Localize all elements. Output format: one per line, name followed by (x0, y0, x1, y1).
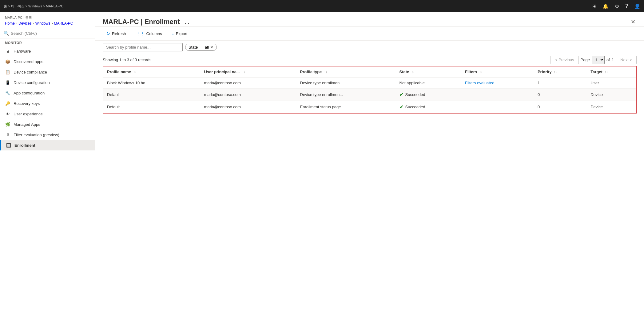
top-bar-actions: ⊞ 🔔 ⚙ ? 👤 (592, 3, 640, 9)
cell-state: ✔ Succeeded (396, 101, 462, 114)
grid-icon[interactable]: ⊞ (592, 3, 596, 9)
cell-upn: marla@contoso.com (200, 101, 296, 114)
breadcrumb-devices[interactable]: Devices (18, 21, 32, 26)
col-target-label: Target (590, 70, 602, 74)
state-not-applicable: Not applicable (400, 81, 425, 85)
close-icon[interactable]: ✕ (630, 17, 637, 26)
col-state[interactable]: State ↑↓ (396, 66, 462, 78)
breadcrumb-windows[interactable]: Windows (35, 21, 50, 26)
settings-icon[interactable]: ⚙ (615, 3, 619, 9)
col-filters-label: Filters (465, 70, 477, 74)
table-body: Block Windows 10 ho... marla@contoso.com… (103, 78, 636, 114)
panel-title: MARLA-PC | Enrollment (103, 18, 180, 26)
profile-name-filter-input[interactable] (103, 43, 183, 51)
recovery-icon: 🔑 (5, 101, 10, 106)
main-layout: MARLA-PC | 등록 Home › Devices › Windows ›… (0, 12, 644, 331)
sidebar-item-label: Recovery keys (14, 101, 40, 106)
sidebar-item-filter-evaluation[interactable]: 🖥 Filter evaluation (preview) (0, 130, 95, 140)
table-area: Profile name ↑↓ User principal na... ↑↓ … (95, 66, 644, 331)
sidebar-item-label: Hardware (14, 49, 31, 54)
filters-evaluated-link[interactable]: Filters evaluated (465, 81, 494, 85)
cell-priority: 1 (534, 78, 587, 89)
sort-arrows: ↑↓ (242, 70, 245, 74)
table-row: Default marla@contoso.com Device type en… (103, 89, 636, 101)
sidebar-search-bar: 🔍 (0, 28, 95, 38)
sidebar-item-app-configuration[interactable]: 🔧 App configuration (0, 88, 95, 98)
sidebar-item-recovery-keys[interactable]: 🔑 Recovery keys (0, 98, 95, 109)
next-button[interactable]: Next > (616, 56, 637, 64)
cell-target: Device (587, 101, 636, 114)
col-user-principal-name[interactable]: User principal na... ↑↓ (200, 66, 296, 78)
config-icon: 📱 (5, 80, 10, 85)
top-breadcrumb: 홈 > 디바이스 > Windows > MARLA-PC (4, 4, 63, 9)
sidebar-item-discovered-apps[interactable]: 📦 Discovered apps (0, 56, 95, 67)
breadcrumb-home[interactable]: Home (5, 21, 15, 26)
of-label: of (606, 58, 610, 62)
col-profile-type-label: Profile type (300, 70, 322, 74)
filter-tag-close-icon[interactable]: ✕ (210, 45, 213, 50)
export-label: Export (176, 31, 188, 36)
table-row: Default marla@contoso.com Enrollment sta… (103, 101, 636, 114)
col-target[interactable]: Target ↑↓ (587, 66, 636, 78)
sort-arrows: ↑↓ (411, 70, 415, 74)
cell-target: User (587, 78, 636, 89)
cell-state: Not applicable (396, 78, 462, 89)
total-pages: 1 (612, 58, 614, 62)
sidebar-item-label: User experience (14, 112, 43, 116)
toolbar: ↻ Refresh ⋮⋮ Columns ↓ Export (95, 27, 644, 41)
col-filters[interactable]: Filters ↑↓ (461, 66, 534, 78)
help-icon[interactable]: ? (625, 3, 628, 9)
cell-profile-type: Device type enrollmen... (296, 89, 396, 101)
panel-header: MARLA-PC | Enrollment ... ✕ (95, 12, 644, 27)
filter-bar: State == all ✕ (95, 41, 644, 54)
sidebar-item-enrollment[interactable]: 🔲 Enrollment (0, 140, 95, 150)
search-icon: 🔍 (4, 31, 9, 36)
sidebar-item-hardware[interactable]: 🖥 Hardware (0, 46, 95, 56)
col-profile-type[interactable]: Profile type ↑↓ (296, 66, 396, 78)
sidebar-item-label: Device compliance (14, 70, 47, 74)
panel-more-button[interactable]: ... (182, 19, 192, 25)
cell-priority: 0 (534, 89, 587, 101)
cell-filters (461, 89, 534, 101)
table-header: Profile name ↑↓ User principal na... ↑↓ … (103, 66, 636, 78)
cell-upn: marla@contoso.com (200, 89, 296, 101)
user-icon[interactable]: 👤 (634, 3, 640, 9)
cell-filters: Filters evaluated (461, 78, 534, 89)
previous-button[interactable]: < Previous (551, 56, 579, 64)
enrollment-icon: 🔲 (6, 142, 11, 148)
records-count: Showing 1 to 3 of 3 records (103, 58, 151, 62)
cell-profile-name: Default (103, 89, 200, 101)
table-row: Block Windows 10 ho... marla@contoso.com… (103, 78, 636, 89)
sidebar-item-device-configuration[interactable]: 📱 Device configuration (0, 77, 95, 88)
col-profile-name[interactable]: Profile name ↑↓ (103, 66, 200, 78)
sidebar: MARLA-PC | 등록 Home › Devices › Windows ›… (0, 12, 95, 331)
table-header-row: Profile name ↑↓ User principal na... ↑↓ … (103, 66, 636, 78)
sort-arrows: ↑↓ (133, 70, 137, 74)
pagination: < Previous Page 1 of 1 Next > (551, 56, 637, 64)
enrollment-table: Profile name ↑↓ User principal na... ↑↓ … (103, 66, 637, 114)
sidebar-device-label: MARLA-PC | 등록 (5, 15, 90, 20)
cell-profile-name: Default (103, 101, 200, 114)
export-button[interactable]: ↓ Export (168, 29, 191, 38)
breadcrumb-marlapc[interactable]: MARLA-PC (54, 21, 73, 26)
sidebar-item-managed-apps[interactable]: 🌿 Managed Apps (0, 119, 95, 130)
bell-icon[interactable]: 🔔 (602, 3, 609, 9)
top-bar: 홈 > 디바이스 > Windows > MARLA-PC ⊞ 🔔 ⚙ ? 👤 (0, 0, 644, 12)
sidebar-item-label: Managed Apps (14, 122, 40, 127)
cell-upn: marla@contoso.com (200, 78, 296, 89)
sidebar-item-user-experience[interactable]: 👁 User experience (0, 109, 95, 119)
page-label: Page (581, 58, 590, 62)
experience-icon: 👁 (5, 111, 10, 117)
search-input[interactable] (11, 31, 91, 36)
sidebar-item-label: Filter evaluation (preview) (14, 133, 59, 137)
state-filter-tag[interactable]: State == all ✕ (185, 44, 217, 51)
app-config-icon: 🔧 (5, 90, 10, 96)
sidebar-item-device-compliance[interactable]: 📋 Device compliance (0, 67, 95, 77)
columns-button[interactable]: ⋮⋮ Columns (132, 29, 166, 38)
col-priority[interactable]: Priority ↑↓ (534, 66, 587, 78)
sort-arrows: ↑↓ (479, 70, 483, 74)
col-state-label: State (400, 70, 409, 74)
page-select[interactable]: 1 (592, 56, 605, 64)
columns-label: Columns (146, 31, 162, 36)
refresh-button[interactable]: ↻ Refresh (103, 29, 130, 38)
